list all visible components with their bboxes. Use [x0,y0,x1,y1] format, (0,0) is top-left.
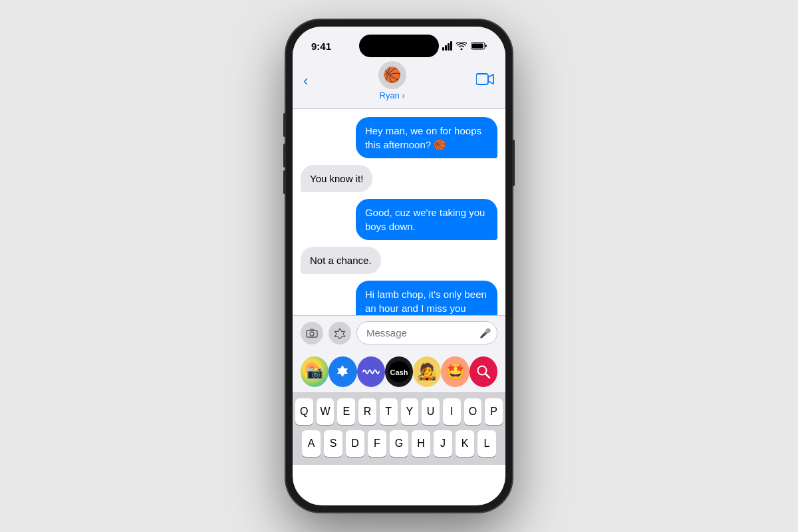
bubble-received-2: Not a chance. [301,247,381,274]
mic-icon: 🎤 [479,328,491,338]
bubble-sent-3: Hi lamb chop, it's only been an hour and… [356,281,497,315]
key-g[interactable]: G [390,430,408,457]
key-u[interactable]: U [422,398,440,425]
svg-rect-2 [476,74,488,84]
key-p[interactable]: P [485,398,503,425]
message-input[interactable] [356,321,497,344]
drawer-photos[interactable]: 📸 [301,356,329,387]
message-row-5: Hi lamb chop, it's only been an hour and… [301,281,497,315]
nav-bar: ‹ 🏀 Ryan [293,56,505,109]
key-f[interactable]: F [368,430,386,457]
app-store-button[interactable] [329,322,351,344]
bubble-received-1: You know it! [301,165,372,192]
drawer-search[interactable] [469,356,497,387]
key-r[interactable]: R [358,398,376,425]
back-button[interactable]: ‹ [303,72,308,90]
input-area: 🎤 [293,315,505,350]
message-input-wrapper[interactable]: 🎤 [356,321,497,344]
bubble-sent-1: Hey man, we on for hoops this afternoon?… [356,117,497,158]
signal-icon [442,41,452,51]
key-d[interactable]: D [346,430,364,457]
key-a[interactable]: A [302,430,321,457]
wifi-icon [456,42,467,50]
drawer-cash[interactable]: Cash [385,356,413,387]
drawer-memoji2[interactable]: 🤩 [441,356,469,387]
contact-info[interactable]: 🏀 Ryan [378,61,406,100]
status-time: 9:41 [311,41,331,52]
keyboard: QWERTYUIOP ASDFGHJKL [293,393,505,465]
status-icons [442,41,487,51]
keyboard-row-2: ASDFGHJKL [295,430,503,457]
phone-screen: 9:41 [293,27,505,505]
contact-name: Ryan [380,90,405,100]
message-row-2: You know it! [301,165,497,192]
key-l[interactable]: L [477,430,496,457]
key-y[interactable]: Y [401,398,419,425]
camera-button[interactable] [301,322,323,344]
message-row-4: Not a chance. [301,247,497,274]
key-e[interactable]: E [337,398,355,425]
bubble-sent-2: Good, cuz we're taking you boys down. [356,199,497,240]
key-q[interactable]: Q [295,398,313,425]
drawer-audio[interactable] [357,356,385,387]
svg-point-4 [310,332,314,336]
app-drawer: 📸 Cash 🧑‍🎤 🤩 [293,350,505,393]
key-t[interactable]: T [380,398,398,425]
message-row-3: Good, cuz we're taking you boys down. [301,199,497,240]
key-i[interactable]: I [443,398,461,425]
video-call-button[interactable] [476,72,495,89]
key-s[interactable]: S [324,430,342,457]
key-w[interactable]: W [317,398,334,425]
drawer-memoji1[interactable]: 🧑‍🎤 [413,356,441,387]
svg-text:Cash: Cash [390,368,408,376]
key-o[interactable]: O [464,398,482,425]
svg-rect-1 [472,44,483,49]
key-j[interactable]: J [434,430,452,457]
contact-avatar: 🏀 [378,61,406,89]
messages-area: Hey man, we on for hoops this afternoon?… [293,109,505,315]
keyboard-row-1: QWERTYUIOP [295,398,503,425]
key-k[interactable]: K [456,430,474,457]
drawer-appstore[interactable] [329,356,356,387]
battery-icon [471,42,487,50]
dynamic-island [359,35,439,57]
message-row-1: Hey man, we on for hoops this afternoon?… [301,117,497,158]
key-h[interactable]: H [412,430,430,457]
phone-wrapper: 9:41 [286,20,512,512]
